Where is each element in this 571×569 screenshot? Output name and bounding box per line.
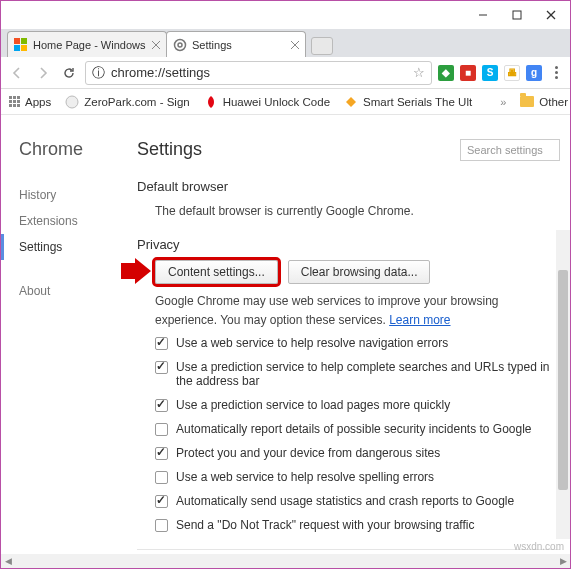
maximize-button[interactable] [500, 4, 534, 26]
settings-main: Settings Search settings Default browser… [121, 115, 570, 554]
privacy-checkbox[interactable] [155, 447, 168, 460]
svg-rect-5 [21, 38, 27, 44]
tab-strip: Home Page - Windows T Settings [1, 29, 570, 57]
apps-shortcut[interactable]: Apps [9, 96, 51, 108]
section-divider [137, 549, 560, 550]
svg-point-11 [178, 43, 182, 47]
bookmarks-bar: Apps ZeroPark.com - Sign Huawei Unlock C… [1, 89, 570, 115]
privacy-option: Protect you and your device from dangero… [137, 441, 560, 465]
content-settings-button[interactable]: Content settings... [155, 260, 278, 284]
url-text: chrome://settings [111, 65, 407, 80]
svg-point-10 [175, 39, 186, 50]
privacy-option-label: Send a "Do Not Track" request with your … [176, 518, 474, 532]
privacy-note: Google Chrome may use web services to im… [137, 292, 560, 330]
sidebar-item-history[interactable]: History [19, 182, 121, 208]
tab-label: Home Page - Windows T [33, 39, 147, 51]
bookmark-label: Smart Serials The Ult [363, 96, 472, 108]
bookmark-star-icon[interactable]: ☆ [413, 65, 425, 80]
privacy-option: Use a prediction service to load pages m… [137, 393, 560, 417]
privacy-option-label: Use a prediction service to load pages m… [176, 398, 450, 412]
svg-rect-7 [21, 45, 27, 51]
tab-label: Settings [192, 39, 286, 51]
skype-icon[interactable]: S [482, 65, 498, 81]
back-button[interactable] [7, 63, 27, 83]
privacy-checkbox[interactable] [155, 423, 168, 436]
site-info-icon[interactable]: ⓘ [92, 64, 105, 82]
extension-icon[interactable]: ■ [460, 65, 476, 81]
extension-icon[interactable]: ◆ [438, 65, 454, 81]
bookmark-favicon-icon [65, 95, 79, 109]
learn-more-link[interactable]: Learn more [389, 313, 450, 327]
privacy-option: Automatically report details of possible… [137, 417, 560, 441]
sidebar-item-about[interactable]: About [19, 278, 121, 304]
sidebar-item-settings[interactable]: Settings [1, 234, 121, 260]
bookmark-label: Huawei Unlock Code [223, 96, 330, 108]
privacy-option: Use a prediction service to help complet… [137, 355, 560, 393]
privacy-checkbox[interactable] [155, 495, 168, 508]
gear-favicon-icon [173, 38, 187, 52]
folder-icon [520, 96, 534, 107]
privacy-option-label: Automatically report details of possible… [176, 422, 532, 436]
horizontal-scrollbar[interactable]: ◀ ▶ [1, 554, 570, 568]
bookmark-item[interactable]: Smart Serials The Ult [344, 95, 472, 109]
privacy-option: Send a "Do Not Track" request with your … [137, 513, 560, 537]
privacy-option-label: Use a prediction service to help complet… [176, 360, 560, 388]
section-privacy: Privacy [137, 237, 560, 252]
clear-browsing-data-button[interactable]: Clear browsing data... [288, 260, 431, 284]
tab-settings[interactable]: Settings [166, 31, 306, 57]
bookmark-item[interactable]: Huawei Unlock Code [204, 95, 330, 109]
chrome-menu-button[interactable] [548, 66, 564, 79]
privacy-checkbox[interactable] [155, 519, 168, 532]
vertical-scrollbar[interactable] [556, 230, 570, 539]
scroll-right-button[interactable]: ▶ [556, 554, 570, 568]
privacy-checkbox[interactable] [155, 361, 168, 374]
privacy-checkbox[interactable] [155, 337, 168, 350]
privacy-option-label: Protect you and your device from dangero… [176, 446, 440, 460]
privacy-option: Automatically send usage statistics and … [137, 489, 560, 513]
privacy-option: Use a web service to help resolve naviga… [137, 331, 560, 355]
scroll-left-button[interactable]: ◀ [1, 554, 15, 568]
extension-icons: ◆ ■ S 🖶 g [438, 65, 542, 81]
window-titlebar [1, 1, 570, 29]
minimize-button[interactable] [466, 4, 500, 26]
other-bookmarks[interactable]: Other bookmarks [520, 96, 571, 108]
close-tab-icon[interactable] [152, 41, 160, 49]
address-bar[interactable]: ⓘ chrome://settings ☆ [85, 61, 432, 85]
windows-favicon-icon [14, 38, 28, 52]
svg-rect-4 [14, 38, 20, 44]
default-browser-text: The default browser is currently Google … [137, 202, 560, 221]
privacy-option: Use a web service to help resolve spelli… [137, 465, 560, 489]
watermark: wsxdn.com [514, 541, 564, 552]
privacy-option-label: Use a web service to help resolve naviga… [176, 336, 448, 350]
bookmark-label: ZeroPark.com - Sign [84, 96, 189, 108]
scrollbar-thumb[interactable] [558, 270, 568, 490]
apps-icon [9, 96, 20, 107]
bookmark-favicon-icon [344, 95, 358, 109]
tab-home-page[interactable]: Home Page - Windows T [7, 31, 167, 57]
settings-page: Chrome History Extensions Settings About… [1, 115, 570, 554]
apps-label: Apps [25, 96, 51, 108]
close-window-button[interactable] [534, 4, 568, 26]
search-settings-input[interactable]: Search settings [460, 139, 560, 161]
settings-sidebar: Chrome History Extensions Settings About [1, 115, 121, 554]
svg-rect-6 [14, 45, 20, 51]
privacy-checkbox[interactable] [155, 399, 168, 412]
svg-rect-1 [513, 11, 521, 19]
page-title: Settings [137, 139, 202, 160]
privacy-option-label: Automatically send usage statistics and … [176, 494, 514, 508]
toolbar: ⓘ chrome://settings ☆ ◆ ■ S 🖶 g [1, 57, 570, 89]
new-tab-button[interactable] [311, 37, 333, 55]
forward-button[interactable] [33, 63, 53, 83]
privacy-checkbox[interactable] [155, 471, 168, 484]
reload-button[interactable] [59, 63, 79, 83]
privacy-option-label: Use a web service to help resolve spelli… [176, 470, 434, 484]
sidebar-item-extensions[interactable]: Extensions [19, 208, 121, 234]
close-tab-icon[interactable] [291, 41, 299, 49]
bookmarks-overflow-icon[interactable]: » [500, 96, 506, 108]
svg-point-14 [66, 96, 78, 108]
extension-icon[interactable]: g [526, 65, 542, 81]
bookmark-item[interactable]: ZeroPark.com - Sign [65, 95, 189, 109]
extension-icon[interactable]: 🖶 [504, 65, 520, 81]
other-bookmarks-label: Other bookmarks [539, 96, 571, 108]
section-default-browser: Default browser [137, 179, 560, 194]
